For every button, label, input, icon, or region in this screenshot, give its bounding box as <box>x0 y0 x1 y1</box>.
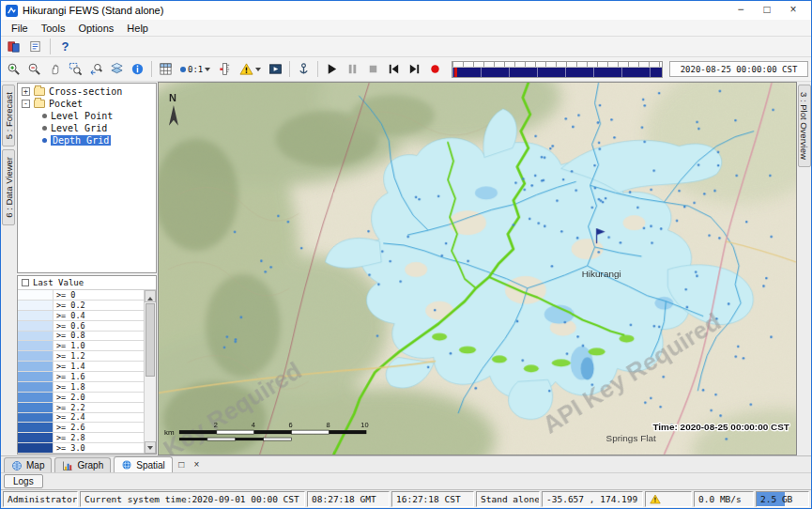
pause-button[interactable] <box>343 59 362 79</box>
window-title: Hikurangi FEWS (Stand alone) <box>23 5 163 16</box>
app-icon <box>6 5 18 17</box>
node-bullet-icon <box>42 138 47 143</box>
legend-label: >= 0.2 <box>54 301 144 310</box>
menu-file[interactable]: File <box>5 22 35 35</box>
legend-color-swatch <box>18 351 54 361</box>
help-icon[interactable]: ? <box>55 37 75 56</box>
tree-row[interactable]: Level Point <box>18 110 156 122</box>
legend-label: >= 2.0 <box>54 393 144 402</box>
record-button[interactable] <box>425 59 445 79</box>
tree-row[interactable]: + Cross-section <box>18 85 156 98</box>
menu-tools[interactable]: Tools <box>35 22 72 35</box>
legend-color-swatch <box>18 290 54 300</box>
legend-label: >= 2.2 <box>54 403 144 412</box>
timeline-slider[interactable] <box>452 61 663 78</box>
legend-row: >= 1.8 <box>18 382 144 393</box>
timeline-cursor[interactable] <box>454 68 457 77</box>
svg-text:10: 10 <box>360 421 368 429</box>
zoom-in-icon[interactable] <box>4 59 23 79</box>
legend-label: >= 3.0 <box>54 443 144 453</box>
legend-label: >= 1.4 <box>54 362 144 371</box>
logs-button[interactable]: Logs <box>4 474 43 488</box>
main-area: 5 : Forecast 6 : Data Viewer + Cross-sec… <box>1 82 811 455</box>
profile-tool-icon[interactable] <box>294 59 314 79</box>
info-icon[interactable] <box>128 59 147 79</box>
legend-row: >= 0 <box>18 290 144 301</box>
status-coordinates: -35.657 , 174.199 <box>542 491 643 507</box>
tree-row[interactable]: Level Grid <box>18 122 156 134</box>
map-view[interactable]: API Key Required API Key Required N Hiku… <box>158 82 797 455</box>
legend-row: >= 1.6 <box>18 372 144 382</box>
tab-data-viewer[interactable]: 6 : Data Viewer <box>2 149 15 225</box>
timeline-bar[interactable] <box>452 68 662 77</box>
warning-dropdown[interactable] <box>236 59 265 79</box>
view-maximize-button[interactable]: □ <box>176 458 188 471</box>
scroll-up-icon[interactable] <box>145 290 156 302</box>
tab-plot-overview[interactable]: 3 : Plot Overview <box>798 85 811 167</box>
play-button[interactable] <box>322 59 342 79</box>
zoom-previous-icon[interactable] <box>86 59 106 79</box>
menu-help[interactable]: Help <box>120 22 155 35</box>
status-mode: Stand alone <box>476 491 540 507</box>
tree-row[interactable]: - Pocket <box>18 98 156 110</box>
maximize-button[interactable]: □ <box>754 2 780 19</box>
view-tab-bar: Map Graph Spatial □ × <box>1 455 811 472</box>
legend-header: Last Value <box>18 276 156 290</box>
legend-row: >= 1.2 <box>18 351 144 362</box>
zoom-area-icon[interactable] <box>66 59 85 79</box>
scroll-down-icon[interactable] <box>145 441 156 454</box>
minimize-button[interactable]: − <box>728 2 754 19</box>
expand-icon[interactable]: + <box>22 87 30 96</box>
database-icon[interactable] <box>4 37 23 56</box>
scrollbar-thumb[interactable] <box>146 303 155 377</box>
toolbar-separator <box>151 61 152 77</box>
pan-hand-icon[interactable] <box>45 59 65 79</box>
svg-text:4: 4 <box>252 421 255 429</box>
skip-to-end-button[interactable] <box>405 59 424 79</box>
legend-color-swatch <box>18 433 54 442</box>
globe-icon <box>11 460 23 471</box>
legend-label: >= 1.8 <box>54 382 144 392</box>
right-tab-strip: 3 : Plot Overview <box>797 82 811 455</box>
map-label-area: Springs Flat <box>606 433 656 443</box>
status-warning-cell[interactable] <box>645 491 692 507</box>
skip-to-start-button[interactable] <box>384 59 404 79</box>
collapse-icon[interactable]: - <box>22 100 30 108</box>
legend-label: >= 0.6 <box>54 321 144 331</box>
legend-scrollbar[interactable] <box>144 290 156 454</box>
classification-dropdown[interactable]: 0:1 <box>176 59 214 79</box>
close-button[interactable]: × <box>780 2 806 19</box>
spatial-sphere-icon <box>121 459 132 470</box>
config-icon[interactable] <box>25 37 45 56</box>
tab-graph[interactable]: Graph <box>54 457 111 472</box>
legend-color-swatch <box>18 301 54 310</box>
animation-icon[interactable] <box>266 59 285 79</box>
stop-button[interactable] <box>363 59 383 79</box>
view-close-button[interactable]: × <box>191 458 203 471</box>
zoom-out-icon[interactable] <box>24 59 44 79</box>
status-user: Administrator <box>3 491 78 507</box>
status-memory: 2.5 GB <box>756 491 809 507</box>
tree-row-selected[interactable]: Depth Grid <box>18 134 156 147</box>
scale-ruler-icon[interactable] <box>215 59 235 79</box>
legend-table: >= 0 >= 0.2 >= 0.4 <box>18 290 144 454</box>
legend-label: >= 2.6 <box>54 423 144 432</box>
legend-color-swatch <box>18 332 54 341</box>
last-value-checkbox[interactable] <box>22 279 29 286</box>
menu-bar: File Tools Options Help <box>1 20 811 37</box>
node-bullet-icon <box>42 114 47 118</box>
menu-options[interactable]: Options <box>71 22 120 35</box>
legend-label: >= 0 <box>54 290 144 300</box>
layers-icon[interactable] <box>107 59 127 79</box>
current-datetime: 2020-08-25 00:00:00 CST <box>669 61 808 77</box>
tab-map[interactable]: Map <box>4 457 52 472</box>
legend-row: >= 0.4 <box>18 311 144 321</box>
legend-color-swatch <box>18 372 54 381</box>
tab-forecast[interactable]: 5 : Forecast <box>2 85 15 147</box>
legend-row: >= 2.8 <box>18 433 144 443</box>
grid-display-icon[interactable] <box>156 59 176 79</box>
legend-label: >= 0.8 <box>54 332 144 341</box>
legend-row: >= 2.6 <box>18 423 144 433</box>
left-tab-strip: 5 : Forecast 6 : Data Viewer <box>1 82 16 455</box>
tab-spatial[interactable]: Spatial <box>114 456 173 472</box>
